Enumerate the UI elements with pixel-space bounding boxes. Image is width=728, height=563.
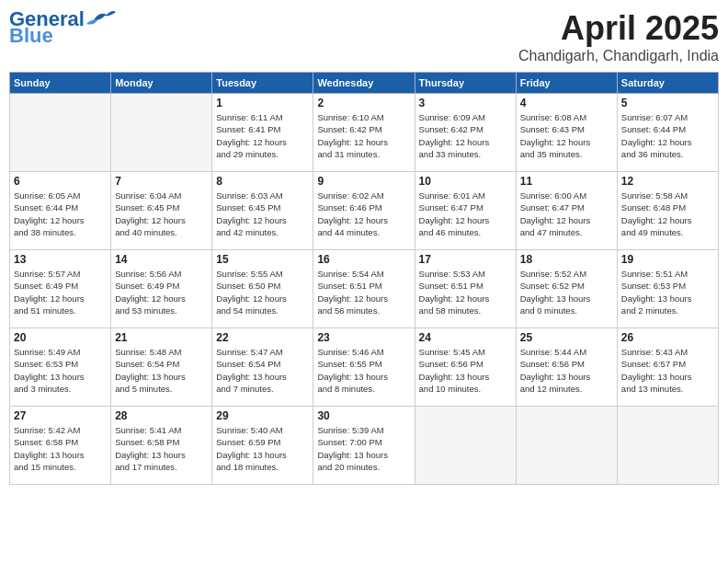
week-row-3: 13Sunrise: 5:57 AMSunset: 6:49 PMDayligh… xyxy=(10,250,719,328)
day-info-line: Daylight: 12 hours xyxy=(419,214,512,226)
day-info-line: Sunset: 6:48 PM xyxy=(621,201,714,213)
calendar-cell: 8Sunrise: 6:03 AMSunset: 6:45 PMDaylight… xyxy=(212,172,313,250)
day-info-line: Daylight: 13 hours xyxy=(115,371,208,383)
weekday-wednesday: Wednesday xyxy=(313,73,415,94)
weekday-monday: Monday xyxy=(111,73,212,94)
month-title: April 2025 xyxy=(518,9,719,48)
day-info-line: Sunset: 6:47 PM xyxy=(419,201,512,213)
location-title: Chandigarh, Chandigarh, India xyxy=(518,48,719,64)
day-info-line: Sunrise: 5:41 AM xyxy=(115,424,208,436)
calendar-cell xyxy=(516,407,617,485)
day-info-line: Daylight: 13 hours xyxy=(216,371,309,383)
day-info-line: Sunrise: 5:51 AM xyxy=(621,268,714,280)
day-info-line: Sunset: 6:58 PM xyxy=(14,436,107,448)
week-row-2: 6Sunrise: 6:05 AMSunset: 6:44 PMDaylight… xyxy=(10,172,719,250)
day-info-line: and 33 minutes. xyxy=(419,148,512,160)
weekday-friday: Friday xyxy=(516,73,617,94)
calendar-cell: 10Sunrise: 6:01 AMSunset: 6:47 PMDayligh… xyxy=(415,172,516,250)
weekday-saturday: Saturday xyxy=(617,73,718,94)
day-info-line: and 3 minutes. xyxy=(14,383,107,395)
day-info-line: Daylight: 12 hours xyxy=(14,214,107,226)
calendar-cell xyxy=(10,94,111,172)
logo-bird-icon xyxy=(86,7,116,28)
day-info-line: Sunrise: 5:58 AM xyxy=(621,190,714,201)
day-info-line: and 51 minutes. xyxy=(14,304,107,316)
day-info-line: Sunset: 6:46 PM xyxy=(317,201,410,213)
day-info-line: and 40 minutes. xyxy=(115,226,208,238)
day-info-line: Sunrise: 5:45 AM xyxy=(419,346,512,358)
day-info-line: and 35 minutes. xyxy=(520,148,613,160)
day-number: 5 xyxy=(621,97,714,109)
calendar-cell: 5Sunrise: 6:07 AMSunset: 6:44 PMDaylight… xyxy=(617,94,718,172)
day-info-line: Sunset: 6:54 PM xyxy=(115,358,208,370)
day-number: 16 xyxy=(317,253,410,266)
day-info-line: Sunset: 6:57 PM xyxy=(621,358,714,370)
day-number: 6 xyxy=(14,175,107,188)
day-info-line: Sunrise: 5:40 AM xyxy=(216,424,309,436)
day-info-line: Sunset: 6:44 PM xyxy=(621,123,714,135)
day-info-line: Sunset: 6:53 PM xyxy=(14,358,107,370)
day-info-line: Daylight: 13 hours xyxy=(115,449,208,461)
day-number: 15 xyxy=(216,253,309,266)
calendar-cell: 15Sunrise: 5:55 AMSunset: 6:50 PMDayligh… xyxy=(212,250,313,328)
day-info-line: and 5 minutes. xyxy=(115,383,208,395)
day-info-line: Sunset: 6:47 PM xyxy=(520,201,613,213)
day-info-line: Daylight: 12 hours xyxy=(115,214,208,226)
calendar-cell: 24Sunrise: 5:45 AMSunset: 6:56 PMDayligh… xyxy=(415,328,516,407)
day-info-line: Sunrise: 6:08 AM xyxy=(520,111,613,123)
day-info-line: and 58 minutes. xyxy=(419,304,512,316)
day-info-line: and 8 minutes. xyxy=(317,383,410,395)
day-info-line: and 12 minutes. xyxy=(520,383,613,395)
day-number: 24 xyxy=(419,331,512,344)
day-info-line: Sunset: 6:56 PM xyxy=(520,358,613,370)
day-info-line: and 2 minutes. xyxy=(621,304,714,316)
calendar-cell: 18Sunrise: 5:52 AMSunset: 6:52 PMDayligh… xyxy=(516,250,617,328)
calendar-cell: 7Sunrise: 6:04 AMSunset: 6:45 PMDaylight… xyxy=(111,172,212,250)
calendar-cell: 30Sunrise: 5:39 AMSunset: 7:00 PMDayligh… xyxy=(313,407,415,485)
day-info-line: Sunrise: 5:54 AM xyxy=(317,268,410,280)
day-number: 20 xyxy=(14,331,107,344)
day-info-line: and 44 minutes. xyxy=(317,226,410,238)
day-number: 8 xyxy=(216,175,309,188)
day-info-line: Daylight: 13 hours xyxy=(317,371,410,383)
day-info-line: and 53 minutes. xyxy=(115,304,208,316)
day-number: 27 xyxy=(14,409,107,422)
weekday-thursday: Thursday xyxy=(415,73,516,94)
day-info-line: Sunrise: 6:02 AM xyxy=(317,190,410,201)
day-info-line: and 56 minutes. xyxy=(317,304,410,316)
calendar-cell: 14Sunrise: 5:56 AMSunset: 6:49 PMDayligh… xyxy=(111,250,212,328)
day-info-line: Sunset: 6:52 PM xyxy=(520,280,613,292)
day-info-line: Daylight: 13 hours xyxy=(520,293,613,304)
day-info-line: Sunrise: 6:01 AM xyxy=(419,190,512,201)
day-info-line: Sunset: 6:54 PM xyxy=(216,358,309,370)
calendar: SundayMondayTuesdayWednesdayThursdayFrid… xyxy=(9,72,719,485)
day-info-line: Sunrise: 5:52 AM xyxy=(520,268,613,280)
day-info-line: Daylight: 12 hours xyxy=(115,293,208,304)
day-number: 18 xyxy=(520,253,613,266)
day-info-line: Sunset: 6:55 PM xyxy=(317,358,410,370)
day-number: 2 xyxy=(317,97,410,109)
day-info-line: Daylight: 12 hours xyxy=(216,136,309,148)
day-info-line: Sunset: 6:50 PM xyxy=(216,280,309,292)
day-info-line: Sunset: 6:45 PM xyxy=(216,201,309,213)
calendar-cell: 27Sunrise: 5:42 AMSunset: 6:58 PMDayligh… xyxy=(10,407,111,485)
day-info-line: Sunrise: 5:43 AM xyxy=(621,346,714,358)
calendar-cell: 13Sunrise: 5:57 AMSunset: 6:49 PMDayligh… xyxy=(10,250,111,328)
calendar-cell: 29Sunrise: 5:40 AMSunset: 6:59 PMDayligh… xyxy=(212,407,313,485)
day-info-line: Sunset: 6:59 PM xyxy=(216,436,309,448)
day-info-line: Daylight: 12 hours xyxy=(520,214,613,226)
day-info-line: Daylight: 12 hours xyxy=(419,136,512,148)
day-number: 12 xyxy=(621,175,714,188)
day-info-line: Daylight: 13 hours xyxy=(14,371,107,383)
logo: General Blue xyxy=(9,9,116,46)
day-info-line: Sunset: 6:45 PM xyxy=(115,201,208,213)
calendar-cell: 1Sunrise: 6:11 AMSunset: 6:41 PMDaylight… xyxy=(212,94,313,172)
calendar-cell: 12Sunrise: 5:58 AMSunset: 6:48 PMDayligh… xyxy=(617,172,718,250)
day-number: 1 xyxy=(216,97,309,109)
day-info-line: and 38 minutes. xyxy=(14,226,107,238)
day-info-line: Sunrise: 5:46 AM xyxy=(317,346,410,358)
day-info-line: Sunrise: 5:57 AM xyxy=(14,268,107,280)
calendar-cell xyxy=(111,94,212,172)
day-info-line: Sunset: 6:53 PM xyxy=(621,280,714,292)
day-number: 17 xyxy=(419,253,512,266)
